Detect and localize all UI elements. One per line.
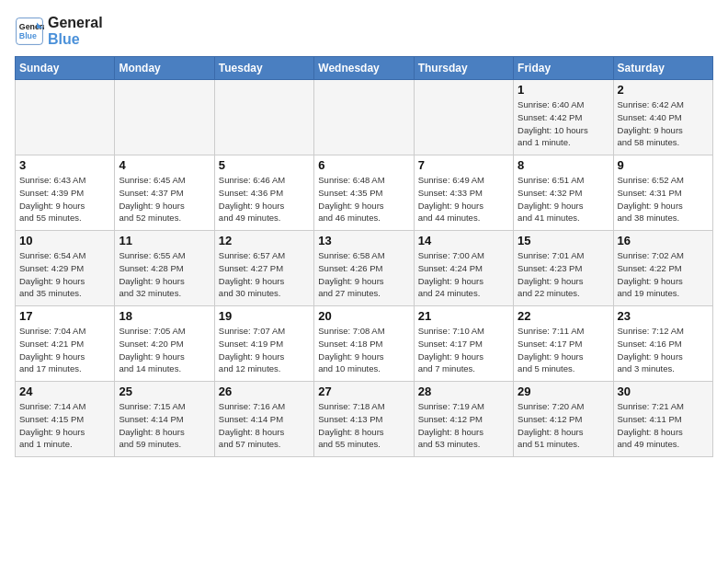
calendar-cell: 14Sunrise: 7:00 AM Sunset: 4:24 PM Dayli…	[414, 231, 513, 306]
day-number: 29	[518, 385, 609, 398]
day-info: Sunrise: 6:45 AM Sunset: 4:37 PM Dayligh…	[119, 174, 210, 224]
calendar-cell: 3Sunrise: 6:43 AM Sunset: 4:39 PM Daylig…	[16, 155, 115, 231]
day-info: Sunrise: 7:10 AM Sunset: 4:17 PM Dayligh…	[418, 325, 509, 375]
calendar-cell: 8Sunrise: 6:51 AM Sunset: 4:32 PM Daylig…	[514, 155, 613, 231]
weekday-header-saturday: Saturday	[613, 57, 712, 80]
day-info: Sunrise: 7:21 AM Sunset: 4:11 PM Dayligh…	[618, 400, 709, 451]
calendar-cell: 24Sunrise: 7:14 AM Sunset: 4:15 PM Dayli…	[16, 382, 115, 457]
calendar-cell: 29Sunrise: 7:20 AM Sunset: 4:12 PM Dayli…	[514, 382, 613, 457]
day-number: 23	[618, 309, 709, 323]
calendar-cell: 22Sunrise: 7:11 AM Sunset: 4:17 PM Dayli…	[514, 306, 613, 382]
calendar-cell: 9Sunrise: 6:52 AM Sunset: 4:31 PM Daylig…	[613, 155, 712, 231]
calendar-cell: 13Sunrise: 6:58 AM Sunset: 4:26 PM Dayli…	[314, 231, 414, 306]
calendar-cell: 7Sunrise: 6:49 AM Sunset: 4:33 PM Daylig…	[414, 155, 513, 231]
day-number: 2	[618, 83, 709, 97]
logo-icon: General Blue	[15, 17, 44, 46]
day-number: 1	[518, 83, 609, 97]
day-info: Sunrise: 7:04 AM Sunset: 4:21 PM Dayligh…	[19, 325, 110, 375]
calendar-cell: 18Sunrise: 7:05 AM Sunset: 4:20 PM Dayli…	[115, 306, 214, 382]
calendar-cell: 1Sunrise: 6:40 AM Sunset: 4:42 PM Daylig…	[514, 80, 613, 155]
day-number: 21	[418, 309, 509, 323]
day-number: 19	[219, 309, 310, 323]
day-number: 22	[518, 309, 609, 323]
day-info: Sunrise: 7:19 AM Sunset: 4:12 PM Dayligh…	[418, 400, 509, 451]
calendar-cell: 11Sunrise: 6:55 AM Sunset: 4:28 PM Dayli…	[115, 231, 214, 306]
svg-text:Blue: Blue	[19, 31, 37, 40]
day-number: 18	[119, 309, 210, 323]
weekday-header-wednesday: Wednesday	[314, 57, 414, 80]
day-number: 11	[119, 234, 210, 247]
week-row-4: 24Sunrise: 7:14 AM Sunset: 4:15 PM Dayli…	[16, 382, 713, 457]
day-number: 4	[119, 158, 210, 172]
calendar-cell: 15Sunrise: 7:01 AM Sunset: 4:23 PM Dayli…	[514, 231, 613, 306]
logo-line2: Blue	[48, 31, 103, 48]
calendar-cell: 12Sunrise: 6:57 AM Sunset: 4:27 PM Dayli…	[214, 231, 313, 306]
calendar-cell: 23Sunrise: 7:12 AM Sunset: 4:16 PM Dayli…	[613, 306, 712, 382]
calendar-body: 1Sunrise: 6:40 AM Sunset: 4:42 PM Daylig…	[16, 80, 713, 457]
day-number: 17	[19, 309, 110, 323]
day-info: Sunrise: 6:54 AM Sunset: 4:29 PM Dayligh…	[19, 249, 110, 300]
day-number: 8	[518, 158, 609, 172]
day-info: Sunrise: 6:48 AM Sunset: 4:35 PM Dayligh…	[318, 174, 409, 224]
week-row-1: 3Sunrise: 6:43 AM Sunset: 4:39 PM Daylig…	[16, 155, 713, 231]
day-info: Sunrise: 6:49 AM Sunset: 4:33 PM Dayligh…	[418, 174, 509, 224]
day-info: Sunrise: 6:58 AM Sunset: 4:26 PM Dayligh…	[318, 249, 409, 300]
calendar-cell: 30Sunrise: 7:21 AM Sunset: 4:11 PM Dayli…	[613, 382, 712, 457]
day-info: Sunrise: 7:07 AM Sunset: 4:19 PM Dayligh…	[219, 325, 310, 375]
day-info: Sunrise: 7:14 AM Sunset: 4:15 PM Dayligh…	[19, 400, 110, 451]
calendar-cell: 26Sunrise: 7:16 AM Sunset: 4:14 PM Dayli…	[214, 382, 313, 457]
day-number: 26	[219, 385, 310, 398]
calendar-cell: 25Sunrise: 7:15 AM Sunset: 4:14 PM Dayli…	[115, 382, 214, 457]
day-number: 9	[618, 158, 709, 172]
calendar-cell: 5Sunrise: 6:46 AM Sunset: 4:36 PM Daylig…	[214, 155, 313, 231]
day-info: Sunrise: 6:51 AM Sunset: 4:32 PM Dayligh…	[518, 174, 609, 224]
calendar-table: SundayMondayTuesdayWednesdayThursdayFrid…	[15, 56, 713, 457]
week-row-0: 1Sunrise: 6:40 AM Sunset: 4:42 PM Daylig…	[16, 80, 713, 155]
day-info: Sunrise: 6:46 AM Sunset: 4:36 PM Dayligh…	[219, 174, 310, 224]
day-info: Sunrise: 7:05 AM Sunset: 4:20 PM Dayligh…	[119, 325, 210, 375]
weekday-header-monday: Monday	[115, 57, 214, 80]
calendar-cell: 16Sunrise: 7:02 AM Sunset: 4:22 PM Dayli…	[613, 231, 712, 306]
day-number: 3	[19, 158, 110, 172]
day-number: 5	[219, 158, 310, 172]
calendar-cell: 27Sunrise: 7:18 AM Sunset: 4:13 PM Dayli…	[314, 382, 414, 457]
day-info: Sunrise: 6:52 AM Sunset: 4:31 PM Dayligh…	[618, 174, 709, 224]
calendar-cell: 10Sunrise: 6:54 AM Sunset: 4:29 PM Dayli…	[16, 231, 115, 306]
calendar-cell	[314, 80, 414, 155]
logo-line1: General	[48, 15, 103, 31]
weekday-row: SundayMondayTuesdayWednesdayThursdayFrid…	[16, 57, 713, 80]
day-number: 30	[618, 385, 709, 398]
day-info: Sunrise: 7:15 AM Sunset: 4:14 PM Dayligh…	[119, 400, 210, 451]
day-number: 13	[318, 234, 409, 247]
page: General Blue General Blue SundayMondayTu…	[0, 0, 728, 465]
day-info: Sunrise: 7:02 AM Sunset: 4:22 PM Dayligh…	[618, 249, 709, 300]
day-number: 16	[618, 234, 709, 247]
calendar-cell: 20Sunrise: 7:08 AM Sunset: 4:18 PM Dayli…	[314, 306, 414, 382]
week-row-2: 10Sunrise: 6:54 AM Sunset: 4:29 PM Dayli…	[16, 231, 713, 306]
day-info: Sunrise: 7:01 AM Sunset: 4:23 PM Dayligh…	[518, 249, 609, 300]
day-number: 28	[418, 385, 509, 398]
calendar-cell: 19Sunrise: 7:07 AM Sunset: 4:19 PM Dayli…	[214, 306, 313, 382]
calendar-cell	[214, 80, 313, 155]
day-number: 6	[318, 158, 409, 172]
calendar-cell: 17Sunrise: 7:04 AM Sunset: 4:21 PM Dayli…	[16, 306, 115, 382]
weekday-header-tuesday: Tuesday	[214, 57, 313, 80]
day-number: 27	[318, 385, 409, 398]
logo: General Blue General Blue	[15, 15, 103, 47]
day-number: 25	[119, 385, 210, 398]
day-number: 14	[418, 234, 509, 247]
day-number: 12	[219, 234, 310, 247]
weekday-header-sunday: Sunday	[16, 57, 115, 80]
calendar-cell	[16, 80, 115, 155]
day-number: 10	[19, 234, 110, 247]
calendar-cell: 2Sunrise: 6:42 AM Sunset: 4:40 PM Daylig…	[613, 80, 712, 155]
weekday-header-thursday: Thursday	[414, 57, 513, 80]
day-info: Sunrise: 7:16 AM Sunset: 4:14 PM Dayligh…	[219, 400, 310, 451]
day-info: Sunrise: 7:12 AM Sunset: 4:16 PM Dayligh…	[618, 325, 709, 375]
day-info: Sunrise: 6:42 AM Sunset: 4:40 PM Dayligh…	[618, 98, 709, 149]
header: General Blue General Blue	[15, 15, 713, 47]
calendar-cell: 6Sunrise: 6:48 AM Sunset: 4:35 PM Daylig…	[314, 155, 414, 231]
calendar-cell	[115, 80, 214, 155]
calendar-cell: 21Sunrise: 7:10 AM Sunset: 4:17 PM Dayli…	[414, 306, 513, 382]
day-info: Sunrise: 6:55 AM Sunset: 4:28 PM Dayligh…	[119, 249, 210, 300]
